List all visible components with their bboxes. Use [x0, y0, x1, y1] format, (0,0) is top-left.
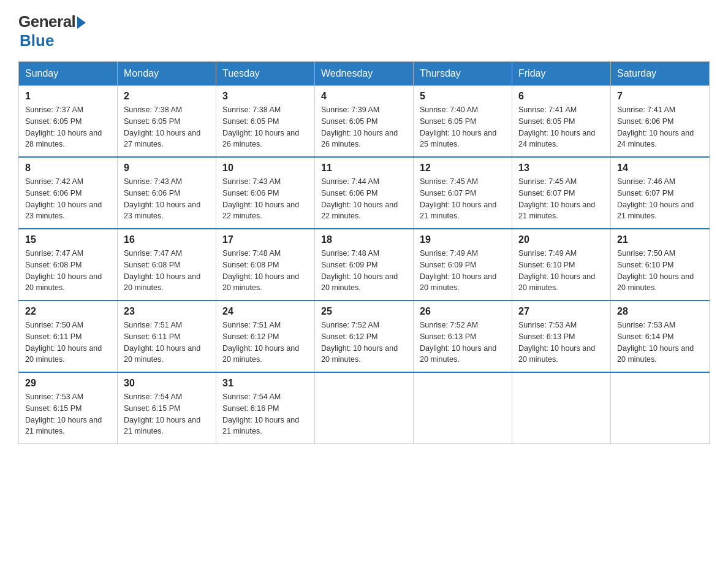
- calendar-cell: 6Sunrise: 7:41 AMSunset: 6:05 PMDaylight…: [512, 86, 611, 158]
- calendar-cell: 18Sunrise: 7:48 AMSunset: 6:09 PMDayligh…: [315, 229, 414, 301]
- calendar-cell: [414, 372, 512, 444]
- day-number: 8: [25, 163, 111, 174]
- calendar-cell: [611, 372, 710, 444]
- day-info: Sunrise: 7:51 AMSunset: 6:12 PMDaylight:…: [222, 320, 308, 366]
- day-number: 18: [321, 234, 407, 245]
- day-number: 26: [420, 306, 506, 317]
- day-number: 24: [222, 306, 308, 317]
- calendar-cell: 24Sunrise: 7:51 AMSunset: 6:12 PMDayligh…: [216, 301, 315, 372]
- day-info: Sunrise: 7:41 AMSunset: 6:06 PMDaylight:…: [617, 104, 703, 150]
- day-info: Sunrise: 7:37 AMSunset: 6:05 PMDaylight:…: [25, 104, 111, 150]
- day-info: Sunrise: 7:50 AMSunset: 6:11 PMDaylight:…: [25, 320, 111, 366]
- day-info: Sunrise: 7:42 AMSunset: 6:06 PMDaylight:…: [25, 176, 111, 222]
- day-number: 5: [420, 91, 506, 102]
- calendar-cell: 7Sunrise: 7:41 AMSunset: 6:06 PMDaylight…: [611, 86, 710, 158]
- day-number: 2: [124, 91, 210, 102]
- day-info: Sunrise: 7:49 AMSunset: 6:10 PMDaylight:…: [518, 248, 604, 294]
- day-number: 10: [222, 163, 308, 174]
- calendar-header-row: SundayMondayTuesdayWednesdayThursdayFrid…: [19, 62, 710, 86]
- calendar-cell: [512, 372, 611, 444]
- day-info: Sunrise: 7:43 AMSunset: 6:06 PMDaylight:…: [222, 176, 308, 222]
- calendar-cell: 21Sunrise: 7:50 AMSunset: 6:10 PMDayligh…: [611, 229, 710, 301]
- day-info: Sunrise: 7:38 AMSunset: 6:05 PMDaylight:…: [222, 104, 308, 150]
- calendar-week-row: 15Sunrise: 7:47 AMSunset: 6:08 PMDayligh…: [19, 229, 710, 301]
- calendar-cell: 13Sunrise: 7:45 AMSunset: 6:07 PMDayligh…: [512, 157, 611, 229]
- calendar-week-row: 8Sunrise: 7:42 AMSunset: 6:06 PMDaylight…: [19, 157, 710, 229]
- calendar-cell: 5Sunrise: 7:40 AMSunset: 6:05 PMDaylight…: [414, 86, 512, 158]
- day-number: 3: [222, 91, 308, 102]
- day-number: 1: [25, 91, 111, 102]
- day-of-week-header: Saturday: [611, 62, 710, 86]
- day-number: 22: [25, 306, 111, 317]
- calendar-cell: 20Sunrise: 7:49 AMSunset: 6:10 PMDayligh…: [512, 229, 611, 301]
- calendar-cell: 3Sunrise: 7:38 AMSunset: 6:05 PMDaylight…: [216, 86, 315, 158]
- calendar-cell: 26Sunrise: 7:52 AMSunset: 6:13 PMDayligh…: [414, 301, 512, 372]
- calendar-cell: 1Sunrise: 7:37 AMSunset: 6:05 PMDaylight…: [19, 86, 118, 158]
- logo-blue-text: Blue: [20, 31, 54, 50]
- calendar-cell: 2Sunrise: 7:38 AMSunset: 6:05 PMDaylight…: [118, 86, 216, 158]
- logo-arrow-icon: [77, 17, 86, 29]
- day-info: Sunrise: 7:52 AMSunset: 6:12 PMDaylight:…: [321, 320, 407, 366]
- calendar-cell: [315, 372, 414, 444]
- day-number: 15: [25, 234, 111, 245]
- calendar-week-row: 22Sunrise: 7:50 AMSunset: 6:11 PMDayligh…: [19, 301, 710, 372]
- day-of-week-header: Friday: [512, 62, 611, 86]
- calendar-cell: 17Sunrise: 7:48 AMSunset: 6:08 PMDayligh…: [216, 229, 315, 301]
- calendar-cell: 28Sunrise: 7:53 AMSunset: 6:14 PMDayligh…: [611, 301, 710, 372]
- day-number: 21: [617, 234, 703, 245]
- day-number: 19: [420, 234, 506, 245]
- calendar-cell: 14Sunrise: 7:46 AMSunset: 6:07 PMDayligh…: [611, 157, 710, 229]
- calendar-cell: 25Sunrise: 7:52 AMSunset: 6:12 PMDayligh…: [315, 301, 414, 372]
- day-number: 25: [321, 306, 407, 317]
- day-number: 9: [124, 163, 210, 174]
- day-of-week-header: Sunday: [19, 62, 118, 86]
- day-number: 16: [124, 234, 210, 245]
- day-info: Sunrise: 7:49 AMSunset: 6:09 PMDaylight:…: [420, 248, 506, 294]
- day-info: Sunrise: 7:47 AMSunset: 6:08 PMDaylight:…: [25, 248, 111, 294]
- calendar-cell: 4Sunrise: 7:39 AMSunset: 6:05 PMDaylight…: [315, 86, 414, 158]
- calendar-cell: 29Sunrise: 7:53 AMSunset: 6:15 PMDayligh…: [19, 372, 118, 444]
- calendar-cell: 19Sunrise: 7:49 AMSunset: 6:09 PMDayligh…: [414, 229, 512, 301]
- calendar-cell: 8Sunrise: 7:42 AMSunset: 6:06 PMDaylight…: [19, 157, 118, 229]
- day-number: 28: [617, 306, 703, 317]
- logo-general-text: General: [18, 12, 75, 31]
- calendar-cell: 9Sunrise: 7:43 AMSunset: 6:06 PMDaylight…: [118, 157, 216, 229]
- day-info: Sunrise: 7:53 AMSunset: 6:15 PMDaylight:…: [25, 391, 111, 437]
- day-info: Sunrise: 7:40 AMSunset: 6:05 PMDaylight:…: [420, 104, 506, 150]
- page-header: General Blue: [18, 12, 710, 50]
- day-info: Sunrise: 7:54 AMSunset: 6:15 PMDaylight:…: [124, 391, 210, 437]
- day-number: 30: [124, 378, 210, 389]
- calendar-cell: 27Sunrise: 7:53 AMSunset: 6:13 PMDayligh…: [512, 301, 611, 372]
- day-number: 29: [25, 378, 111, 389]
- day-number: 20: [518, 234, 604, 245]
- logo: General Blue: [18, 12, 86, 50]
- day-info: Sunrise: 7:51 AMSunset: 6:11 PMDaylight:…: [124, 320, 210, 366]
- day-info: Sunrise: 7:46 AMSunset: 6:07 PMDaylight:…: [617, 176, 703, 222]
- calendar-week-row: 1Sunrise: 7:37 AMSunset: 6:05 PMDaylight…: [19, 86, 710, 158]
- day-number: 31: [222, 378, 308, 389]
- calendar-cell: 23Sunrise: 7:51 AMSunset: 6:11 PMDayligh…: [118, 301, 216, 372]
- day-number: 23: [124, 306, 210, 317]
- day-number: 4: [321, 91, 407, 102]
- day-number: 27: [518, 306, 604, 317]
- day-info: Sunrise: 7:41 AMSunset: 6:05 PMDaylight:…: [518, 104, 604, 150]
- day-info: Sunrise: 7:52 AMSunset: 6:13 PMDaylight:…: [420, 320, 506, 366]
- day-number: 13: [518, 163, 604, 174]
- day-of-week-header: Thursday: [414, 62, 512, 86]
- day-info: Sunrise: 7:43 AMSunset: 6:06 PMDaylight:…: [124, 176, 210, 222]
- day-info: Sunrise: 7:53 AMSunset: 6:14 PMDaylight:…: [617, 320, 703, 366]
- day-info: Sunrise: 7:48 AMSunset: 6:09 PMDaylight:…: [321, 248, 407, 294]
- day-info: Sunrise: 7:39 AMSunset: 6:05 PMDaylight:…: [321, 104, 407, 150]
- day-number: 14: [617, 163, 703, 174]
- day-number: 6: [518, 91, 604, 102]
- calendar-cell: 16Sunrise: 7:47 AMSunset: 6:08 PMDayligh…: [118, 229, 216, 301]
- calendar-cell: 30Sunrise: 7:54 AMSunset: 6:15 PMDayligh…: [118, 372, 216, 444]
- day-info: Sunrise: 7:53 AMSunset: 6:13 PMDaylight:…: [518, 320, 604, 366]
- calendar-cell: 22Sunrise: 7:50 AMSunset: 6:11 PMDayligh…: [19, 301, 118, 372]
- day-info: Sunrise: 7:38 AMSunset: 6:05 PMDaylight:…: [124, 104, 210, 150]
- calendar-cell: 12Sunrise: 7:45 AMSunset: 6:07 PMDayligh…: [414, 157, 512, 229]
- calendar-table: SundayMondayTuesdayWednesdayThursdayFrid…: [18, 61, 710, 444]
- day-number: 17: [222, 234, 308, 245]
- day-info: Sunrise: 7:50 AMSunset: 6:10 PMDaylight:…: [617, 248, 703, 294]
- day-info: Sunrise: 7:48 AMSunset: 6:08 PMDaylight:…: [222, 248, 308, 294]
